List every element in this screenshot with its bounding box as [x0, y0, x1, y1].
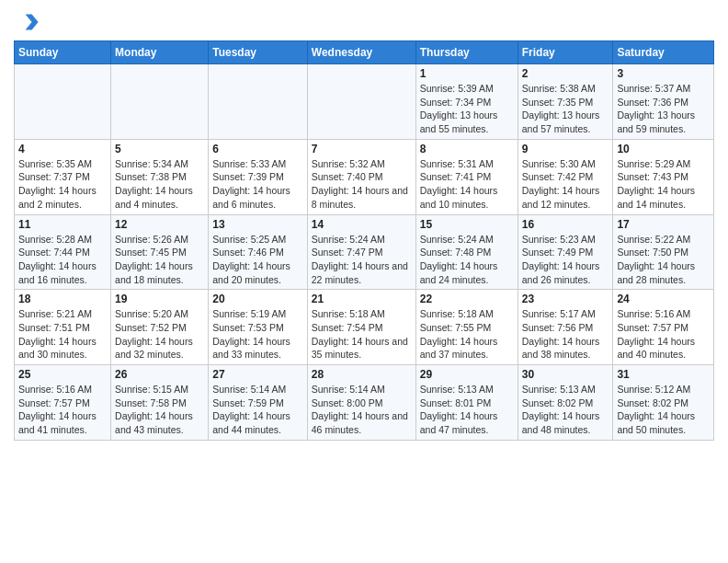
calendar-cell: 14Sunrise: 5:24 AM Sunset: 7:47 PM Dayli… [307, 214, 415, 290]
calendar-cell: 16Sunrise: 5:23 AM Sunset: 7:49 PM Dayli… [518, 214, 613, 290]
calendar-cell: 27Sunrise: 5:14 AM Sunset: 7:59 PM Dayli… [209, 365, 308, 441]
header-day-tuesday: Tuesday [209, 41, 308, 64]
day-info: Sunrise: 5:25 AM Sunset: 7:46 PM Dayligh… [212, 233, 303, 287]
day-number: 1 [420, 67, 514, 80]
calendar-cell: 8Sunrise: 5:31 AM Sunset: 7:41 PM Daylig… [415, 139, 518, 214]
calendar-cell: 28Sunrise: 5:14 AM Sunset: 8:00 PM Dayli… [307, 365, 415, 441]
day-number: 9 [522, 143, 609, 155]
calendar-week-2: 4Sunrise: 5:35 AM Sunset: 7:37 PM Daylig… [15, 139, 714, 214]
day-number: 13 [212, 218, 303, 231]
calendar-cell: 13Sunrise: 5:25 AM Sunset: 7:46 PM Dayli… [209, 214, 308, 290]
day-info: Sunrise: 5:19 AM Sunset: 7:53 PM Dayligh… [212, 307, 303, 362]
calendar-cell [209, 64, 308, 140]
day-number: 10 [617, 143, 710, 155]
day-number: 15 [420, 218, 514, 231]
day-number: 28 [312, 368, 412, 381]
calendar-cell: 11Sunrise: 5:28 AM Sunset: 7:44 PM Dayli… [15, 214, 111, 290]
calendar-week-1: 1Sunrise: 5:39 AM Sunset: 7:34 PM Daylig… [15, 64, 714, 140]
calendar-cell: 3Sunrise: 5:37 AM Sunset: 7:36 PM Daylig… [613, 64, 714, 140]
day-info: Sunrise: 5:32 AM Sunset: 7:40 PM Dayligh… [312, 157, 412, 212]
day-number: 31 [617, 368, 710, 381]
logo-icon [14, 9, 40, 35]
day-info: Sunrise: 5:28 AM Sunset: 7:44 PM Dayligh… [18, 233, 107, 287]
day-info: Sunrise: 5:14 AM Sunset: 7:59 PM Dayligh… [212, 383, 303, 437]
day-number: 29 [420, 368, 514, 381]
page-header [14, 9, 714, 35]
header-day-sunday: Sunday [15, 41, 111, 64]
day-number: 25 [18, 368, 107, 381]
day-number: 22 [420, 293, 514, 305]
calendar-cell [111, 64, 209, 140]
day-info: Sunrise: 5:15 AM Sunset: 7:58 PM Dayligh… [115, 383, 204, 437]
calendar-table: SundayMondayTuesdayWednesdayThursdayFrid… [14, 40, 714, 441]
calendar-cell: 29Sunrise: 5:13 AM Sunset: 8:01 PM Dayli… [415, 365, 518, 441]
day-info: Sunrise: 5:17 AM Sunset: 7:56 PM Dayligh… [522, 307, 609, 362]
day-number: 7 [312, 143, 412, 155]
day-number: 6 [212, 143, 303, 155]
calendar-cell: 31Sunrise: 5:12 AM Sunset: 8:02 PM Dayli… [613, 365, 714, 441]
header-day-friday: Friday [518, 41, 613, 64]
day-info: Sunrise: 5:23 AM Sunset: 7:49 PM Dayligh… [522, 233, 609, 287]
day-info: Sunrise: 5:34 AM Sunset: 7:38 PM Dayligh… [115, 157, 204, 212]
day-info: Sunrise: 5:38 AM Sunset: 7:35 PM Dayligh… [522, 82, 609, 136]
day-info: Sunrise: 5:29 AM Sunset: 7:43 PM Dayligh… [617, 157, 710, 212]
day-number: 8 [420, 143, 514, 155]
day-number: 5 [115, 143, 204, 155]
day-number: 19 [115, 293, 204, 305]
day-number: 27 [212, 368, 303, 381]
calendar-cell: 6Sunrise: 5:33 AM Sunset: 7:39 PM Daylig… [209, 139, 308, 214]
day-info: Sunrise: 5:26 AM Sunset: 7:45 PM Dayligh… [115, 233, 204, 287]
day-number: 16 [522, 218, 609, 231]
header-day-wednesday: Wednesday [307, 41, 415, 64]
day-number: 20 [212, 293, 303, 305]
day-info: Sunrise: 5:22 AM Sunset: 7:50 PM Dayligh… [617, 233, 710, 287]
calendar-cell: 21Sunrise: 5:18 AM Sunset: 7:54 PM Dayli… [307, 290, 415, 365]
day-number: 2 [522, 67, 609, 80]
day-info: Sunrise: 5:20 AM Sunset: 7:52 PM Dayligh… [115, 307, 204, 362]
day-number: 18 [18, 293, 107, 305]
day-number: 24 [617, 293, 710, 305]
svg-marker-0 [26, 15, 39, 30]
calendar-week-5: 25Sunrise: 5:16 AM Sunset: 7:57 PM Dayli… [15, 365, 714, 441]
calendar-cell [307, 64, 415, 140]
day-number: 14 [312, 218, 412, 231]
day-info: Sunrise: 5:18 AM Sunset: 7:54 PM Dayligh… [312, 307, 412, 362]
day-info: Sunrise: 5:24 AM Sunset: 7:48 PM Dayligh… [420, 233, 514, 287]
day-info: Sunrise: 5:14 AM Sunset: 8:00 PM Dayligh… [312, 383, 412, 437]
calendar-cell [15, 64, 111, 140]
calendar-header: SundayMondayTuesdayWednesdayThursdayFrid… [15, 41, 714, 64]
calendar-cell: 15Sunrise: 5:24 AM Sunset: 7:48 PM Dayli… [415, 214, 518, 290]
calendar-cell: 30Sunrise: 5:13 AM Sunset: 8:02 PM Dayli… [518, 365, 613, 441]
calendar-cell: 10Sunrise: 5:29 AM Sunset: 7:43 PM Dayli… [613, 139, 714, 214]
calendar-cell: 23Sunrise: 5:17 AM Sunset: 7:56 PM Dayli… [518, 290, 613, 365]
calendar-cell: 7Sunrise: 5:32 AM Sunset: 7:40 PM Daylig… [307, 139, 415, 214]
calendar-cell: 12Sunrise: 5:26 AM Sunset: 7:45 PM Dayli… [111, 214, 209, 290]
day-info: Sunrise: 5:31 AM Sunset: 7:41 PM Dayligh… [420, 157, 514, 212]
day-info: Sunrise: 5:35 AM Sunset: 7:37 PM Dayligh… [18, 157, 107, 212]
calendar-week-4: 18Sunrise: 5:21 AM Sunset: 7:51 PM Dayli… [15, 290, 714, 365]
day-number: 11 [18, 218, 107, 231]
day-info: Sunrise: 5:13 AM Sunset: 8:02 PM Dayligh… [522, 383, 609, 437]
calendar-cell: 17Sunrise: 5:22 AM Sunset: 7:50 PM Dayli… [613, 214, 714, 290]
calendar-cell: 4Sunrise: 5:35 AM Sunset: 7:37 PM Daylig… [15, 139, 111, 214]
day-info: Sunrise: 5:30 AM Sunset: 7:42 PM Dayligh… [522, 157, 609, 212]
day-number: 26 [115, 368, 204, 381]
calendar-cell: 18Sunrise: 5:21 AM Sunset: 7:51 PM Dayli… [15, 290, 111, 365]
calendar-cell: 22Sunrise: 5:18 AM Sunset: 7:55 PM Dayli… [415, 290, 518, 365]
calendar-week-3: 11Sunrise: 5:28 AM Sunset: 7:44 PM Dayli… [15, 214, 714, 290]
day-number: 30 [522, 368, 609, 381]
calendar-cell: 2Sunrise: 5:38 AM Sunset: 7:35 PM Daylig… [518, 64, 613, 140]
day-number: 17 [617, 218, 710, 231]
calendar-cell: 19Sunrise: 5:20 AM Sunset: 7:52 PM Dayli… [111, 290, 209, 365]
day-info: Sunrise: 5:18 AM Sunset: 7:55 PM Dayligh… [420, 307, 514, 362]
header-day-thursday: Thursday [415, 41, 518, 64]
calendar-cell: 20Sunrise: 5:19 AM Sunset: 7:53 PM Dayli… [209, 290, 308, 365]
day-number: 23 [522, 293, 609, 305]
calendar-cell: 9Sunrise: 5:30 AM Sunset: 7:42 PM Daylig… [518, 139, 613, 214]
day-info: Sunrise: 5:33 AM Sunset: 7:39 PM Dayligh… [212, 157, 303, 212]
logo [14, 9, 43, 35]
calendar-cell: 5Sunrise: 5:34 AM Sunset: 7:38 PM Daylig… [111, 139, 209, 214]
calendar-cell: 25Sunrise: 5:16 AM Sunset: 7:57 PM Dayli… [15, 365, 111, 441]
day-info: Sunrise: 5:24 AM Sunset: 7:47 PM Dayligh… [312, 233, 412, 287]
day-info: Sunrise: 5:16 AM Sunset: 7:57 PM Dayligh… [18, 383, 107, 437]
